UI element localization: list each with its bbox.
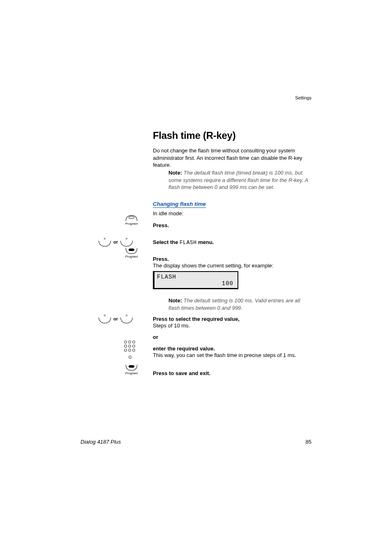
manual-page: Settings Flash time (R-key) Do not chang… xyxy=(0,0,392,555)
or-separator: or xyxy=(153,334,158,340)
note-label: Note: xyxy=(168,170,182,176)
step-press-2: Press. xyxy=(153,256,169,262)
subheading-changing-flash: Changing flash time xyxy=(153,201,206,208)
nav-left-icon: < xyxy=(99,314,111,323)
intro-paragraph: Do not change the flash time without con… xyxy=(153,147,313,169)
program-key-icon: Program xyxy=(122,215,141,226)
nav-right-icon: > xyxy=(120,237,133,246)
page-title: Flash time (R-key) xyxy=(153,130,235,141)
step-press-4: Press to save and exit. xyxy=(153,370,210,376)
or-text: or xyxy=(113,316,118,321)
step-press-1: Press. xyxy=(153,222,169,228)
section-header: Settings xyxy=(295,95,311,100)
footer-model: Dialog 4187 Plus xyxy=(81,439,121,445)
program-key-down-icon: Program xyxy=(122,248,141,259)
keypad-icon xyxy=(122,338,138,360)
or-text: or xyxy=(113,240,118,244)
lcd-display: FLASH 100 xyxy=(153,271,238,289)
note-default-flash: Note: The default flash time (timed brea… xyxy=(168,169,311,191)
step-press-2-sub: The display shows the current setting, f… xyxy=(153,263,273,269)
footer-page-number: 85 xyxy=(306,439,311,445)
program-label: Program xyxy=(125,255,138,258)
step-press-3-sub: Steps of 10 ms. xyxy=(153,322,190,329)
note-label: Note: xyxy=(168,297,182,304)
step-enter-value: enter the required value. xyxy=(153,345,215,352)
note-text: The default setting is 100 ms. Valid ent… xyxy=(168,297,300,311)
program-label: Program xyxy=(125,371,138,375)
step-select-flash: Select the FLASH menu. xyxy=(153,239,214,246)
nav-left-icon: < xyxy=(99,237,111,246)
lcd-line-2: 100 xyxy=(157,280,235,287)
program-key-down-icon: Program xyxy=(122,365,141,376)
note-default-setting: Note: The default setting is 100 ms. Val… xyxy=(168,297,312,311)
nav-keys-icon: < or > xyxy=(99,311,144,323)
nav-keys-icon: < or > xyxy=(99,234,144,246)
note-text: The default flash time (timed break) is … xyxy=(168,170,308,190)
lcd-line-1: FLASH xyxy=(157,274,235,280)
step-enter-sub: This way, you can set the flash time in … xyxy=(153,352,313,358)
step-press-3: Press to select the required value, xyxy=(153,316,240,322)
nav-right-icon: > xyxy=(120,314,133,323)
program-label: Program xyxy=(125,222,138,226)
idle-mode-text: In idle mode: xyxy=(153,210,183,216)
